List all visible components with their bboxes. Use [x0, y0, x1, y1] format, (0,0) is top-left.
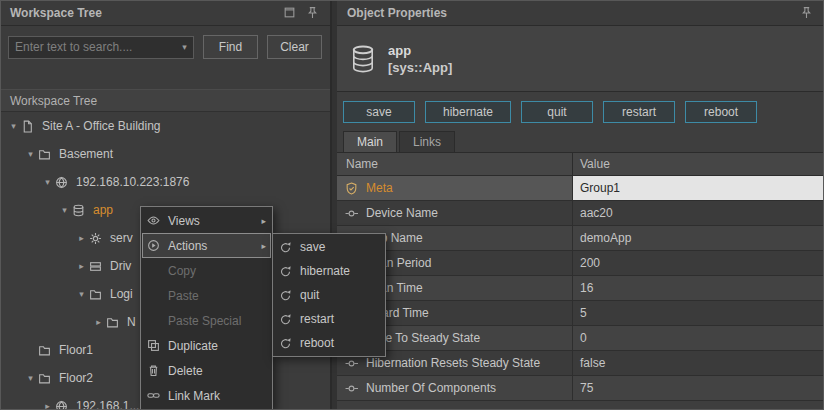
submenu-item-restart[interactable]: restart: [274, 307, 384, 331]
collapse-arrow-icon[interactable]: ▾: [40, 177, 55, 187]
prop-icon: [345, 356, 359, 370]
object-properties-titlebar: Object Properties: [337, 0, 824, 26]
icon-spacer: [147, 314, 168, 328]
property-value-cell[interactable]: Group1: [573, 176, 824, 200]
property-value-cell[interactable]: aac20: [573, 201, 824, 225]
find-button[interactable]: Find: [203, 35, 258, 59]
property-row-meta[interactable]: MetaGroup1: [337, 176, 824, 201]
property-value-cell[interactable]: 5: [573, 301, 824, 325]
pin-icon[interactable]: [304, 5, 320, 21]
property-name: Device Name: [366, 206, 438, 220]
tree-item-label: Floor2: [59, 371, 93, 385]
tab-main[interactable]: Main: [343, 131, 397, 152]
collapse-arrow-icon[interactable]: ▾: [74, 289, 89, 299]
tree-item-label: serv: [110, 231, 133, 245]
property-name-cell: Device Name: [337, 201, 573, 225]
property-value-cell[interactable]: demoApp: [573, 226, 824, 250]
search-dropdown-icon[interactable]: ▾: [176, 42, 193, 52]
object-properties-panel: Object Properties app [sys::App] savehib…: [337, 0, 824, 410]
collapse-arrow-icon[interactable]: ▾: [23, 373, 38, 383]
expand-arrow-icon[interactable]: ▸: [91, 317, 106, 327]
object-header: app [sys::App]: [337, 26, 824, 92]
tab-links[interactable]: Links: [399, 131, 455, 152]
collapse-arrow-icon[interactable]: ▾: [57, 205, 72, 215]
property-value-cell[interactable]: 200: [573, 251, 824, 275]
meta-icon: [345, 181, 359, 195]
submenu-item-label: save: [300, 240, 379, 254]
property-name-cell: Meta: [337, 176, 573, 200]
properties-table: Name Value MetaGroup1Device Nameaac20App…: [337, 153, 824, 401]
property-row-time-to-steady-state[interactable]: Time To Steady State0: [337, 326, 824, 351]
clear-button[interactable]: Clear: [267, 35, 322, 59]
folder-icon: [38, 343, 53, 357]
submenu-item-hibernate[interactable]: hibernate: [274, 259, 384, 283]
property-row-hibernation-resets-steady-state[interactable]: Hibernation Resets Steady Statefalse: [337, 351, 824, 376]
menu-item-duplicate[interactable]: Duplicate: [142, 333, 271, 358]
property-row-scan-time[interactable]: Scan Time16: [337, 276, 824, 301]
collapse-arrow-icon[interactable]: ▾: [23, 149, 38, 159]
property-row-device-name[interactable]: Device Nameaac20: [337, 201, 824, 226]
folder-icon: [38, 147, 53, 161]
page-icon: [21, 119, 36, 133]
db-icon: [72, 203, 87, 217]
hibernate-button[interactable]: hibernate: [425, 101, 511, 123]
tree-item-site-a-office-building[interactable]: ▾Site A - Office Building: [0, 112, 330, 140]
property-value-cell[interactable]: 75: [573, 376, 824, 400]
property-row-scan-period[interactable]: Scan Period200: [337, 251, 824, 276]
float-window-icon[interactable]: [281, 5, 297, 21]
menu-item-label: Paste: [168, 289, 266, 303]
property-name: Number Of Components: [366, 381, 496, 395]
menu-item-link-mark[interactable]: Link Mark: [142, 383, 271, 408]
submenu-item-quit[interactable]: quit: [274, 283, 384, 307]
database-icon: [351, 45, 375, 73]
menu-item-label: Link Mark: [168, 389, 266, 403]
tree-item-192-168-10-223-1876[interactable]: ▾192.168.10.223:1876: [0, 168, 330, 196]
menu-item-views[interactable]: Views▸: [142, 208, 271, 233]
menu-item-label: Copy: [168, 264, 266, 278]
context-menu: Views▸Actions▸CopyPastePaste SpecialDupl…: [140, 206, 273, 410]
menu-item-actions[interactable]: Actions▸: [142, 233, 271, 258]
drive-icon: [89, 259, 104, 273]
collapse-arrow-icon[interactable]: ▾: [6, 121, 21, 131]
object-actions-row: savehibernatequitrestartreboot: [337, 92, 824, 131]
save-button[interactable]: save: [343, 101, 415, 123]
property-row-number-of-components[interactable]: Number Of Components75: [337, 376, 824, 401]
play-icon: [147, 239, 168, 253]
object-name: app: [388, 42, 452, 59]
submenu-item-save[interactable]: save: [274, 235, 384, 259]
quit-button[interactable]: quit: [521, 101, 593, 123]
properties-tabs: MainLinks: [337, 131, 824, 153]
submenu-item-reboot[interactable]: reboot: [274, 331, 384, 355]
object-type: [sys::App]: [388, 59, 452, 76]
menu-item-paste: Paste: [142, 283, 271, 308]
refresh-icon: [279, 288, 300, 302]
reboot-button[interactable]: reboot: [685, 101, 757, 123]
workspace-tree-titlebar: Workspace Tree: [0, 0, 330, 26]
menu-item-label: Views: [168, 214, 261, 228]
property-value-cell[interactable]: false: [573, 351, 824, 375]
actions-submenu: savehibernatequitrestartreboot: [272, 233, 386, 357]
menu-item-delete[interactable]: Delete: [142, 358, 271, 383]
property-value-cell[interactable]: 16: [573, 276, 824, 300]
property-value-cell[interactable]: 0: [573, 326, 824, 350]
refresh-icon: [279, 264, 300, 278]
expand-arrow-icon[interactable]: ▸: [74, 261, 89, 271]
search-input[interactable]: [9, 40, 176, 54]
column-header-name: Name: [337, 153, 573, 175]
expand-arrow-icon[interactable]: ▸: [74, 233, 89, 243]
menu-item-label: Actions: [168, 239, 261, 253]
menu-item-paste-special: Paste Special: [142, 308, 271, 333]
submenu-arrow-icon: ▸: [261, 216, 266, 226]
tree-item-basement[interactable]: ▾Basement: [0, 140, 330, 168]
tree-item-label: app: [93, 203, 113, 217]
pin-icon[interactable]: [798, 5, 814, 21]
icon-spacer: [147, 264, 168, 278]
refresh-icon: [279, 336, 300, 350]
property-row-app-name[interactable]: App NamedemoApp: [337, 226, 824, 251]
menu-item-label: Duplicate: [168, 339, 266, 353]
restart-button[interactable]: restart: [603, 101, 675, 123]
folder-icon: [106, 315, 121, 329]
property-row-guard-time[interactable]: Guard Time5: [337, 301, 824, 326]
prop-icon: [345, 206, 359, 220]
expand-arrow-icon[interactable]: ▸: [40, 401, 55, 410]
